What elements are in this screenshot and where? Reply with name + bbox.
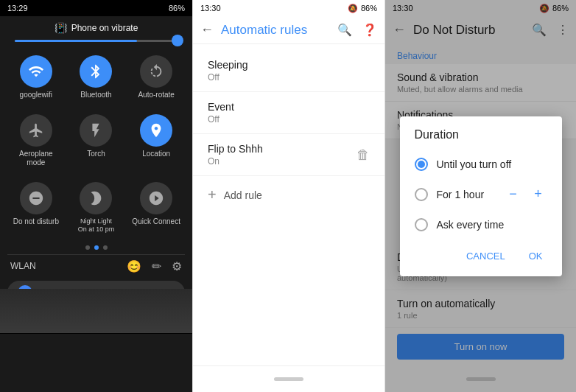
edit-icon[interactable]: ✏ [152, 259, 161, 273]
dialog-opt-label-hour: For 1 hour [437, 189, 496, 200]
tile-icon-autorotate [140, 55, 172, 88]
home-button-p2[interactable] [274, 377, 303, 381]
wlan-row: WLAN 😊 ✏ ⚙ [0, 255, 192, 278]
brightness-track[interactable] [15, 40, 178, 42]
wlan-icons: 😊 ✏ ⚙ [127, 259, 182, 273]
nav-bar-p2 [193, 365, 384, 392]
road-background [0, 289, 192, 333]
time-p2: 13:30 [200, 4, 221, 13]
quick-tiles-row2: Aeroplane mode Torch Location [0, 107, 192, 175]
dnd-panel: 13:30 🔕 86% ← Do Not Disturb 🔍 ⋮ Behavio… [384, 0, 576, 392]
brightness-fill [15, 40, 137, 42]
hour-increment-btn[interactable]: + [530, 186, 547, 203]
dialog-option-until[interactable]: Until you turn off [400, 150, 562, 178]
dot-3 [103, 245, 108, 250]
tile-bluetooth[interactable]: Bluetooth [68, 51, 125, 104]
dialog-actions: Cancel OK [400, 239, 562, 276]
status-icons-p1: 86% [169, 4, 185, 13]
add-icon: + [208, 186, 217, 203]
dialog-overlay: Duration Until you turn off For 1 hour −… [385, 0, 576, 392]
tile-googlewifi[interactable]: googlewifi [7, 51, 65, 104]
tile-label-googlewifi: googlewifi [20, 91, 52, 99]
tile-label-location: Location [142, 150, 170, 158]
tile-icon-quickconnect [140, 182, 172, 214]
panel2-title: Automatic rules [221, 23, 330, 38]
tile-label-autorotate: Auto-rotate [138, 91, 174, 99]
tile-label-bluetooth: Bluetooth [80, 91, 111, 99]
quick-settings-panel: 13:29 86% 📳 Phone on vibrate googlewifi … [0, 0, 192, 392]
panel2-header: ← Automatic rules 🔍 ❓ [193, 16, 384, 44]
tile-airplane[interactable]: Aeroplane mode [7, 110, 65, 172]
tile-icon-googlewifi [20, 55, 52, 88]
rule-event-content: Event Off [208, 101, 234, 125]
add-rule-label: Add rule [224, 189, 262, 201]
status-bar-p1: 13:29 86% [0, 0, 192, 16]
tile-torch[interactable]: Torch [68, 110, 125, 172]
rule-fliptoshhh-content: Flip to Shhh On [208, 143, 263, 167]
time-p1: 13:29 [7, 4, 28, 13]
add-rule-btn[interactable]: + Add rule [193, 176, 384, 214]
rule-sleeping[interactable]: Sleeping Off [193, 50, 384, 92]
brightness-thumb[interactable] [172, 35, 183, 46]
status-icons-p2: 🔕 86% [348, 4, 377, 13]
quick-tiles-row1: googlewifi Bluetooth Auto-rotate [0, 48, 192, 107]
rule-event-status: Off [208, 114, 234, 125]
rule-sleeping-name: Sleeping [208, 59, 248, 71]
radio-hour[interactable] [415, 188, 428, 201]
tile-autorotate[interactable]: Auto-rotate [127, 51, 185, 104]
tile-location[interactable]: Location [127, 110, 185, 172]
dot-2 [94, 245, 99, 250]
tile-label-dnd: Do not disturb [13, 217, 59, 226]
hour-decrement-btn[interactable]: − [505, 186, 522, 203]
dialog-option-ask[interactable]: Ask every time [400, 211, 562, 239]
tile-icon-torch [80, 114, 112, 147]
dialog-opt-label-ask: Ask every time [437, 219, 547, 231]
rule-fliptoshhh-status: On [208, 156, 263, 167]
rule-fliptoshhh[interactable]: Flip to Shhh On 🗑 [193, 134, 384, 176]
battery-p2: 86% [361, 4, 377, 13]
wlan-label: WLAN [10, 261, 36, 271]
vibrate-label: Phone on vibrate [71, 23, 138, 33]
tile-icon-location [140, 114, 172, 147]
tile-label-nightlight: Night LightOn at 10 pm [78, 217, 115, 234]
dots-indicator [0, 241, 192, 254]
help-icon-p2[interactable]: ❓ [362, 23, 377, 37]
rule-fliptoshhh-name: Flip to Shhh [208, 143, 263, 155]
radio-until[interactable] [415, 158, 428, 171]
tile-dnd[interactable]: Do not disturb [7, 178, 65, 238]
rule-event[interactable]: Event Off [193, 92, 384, 134]
dialog-option-hour[interactable]: For 1 hour − + [400, 178, 562, 211]
battery-p1: 86% [169, 4, 185, 13]
quick-tiles-row3: Do not disturb Night LightOn at 10 pm Qu… [0, 175, 192, 241]
dialog-opt-label-until: Until you turn off [437, 158, 547, 170]
brightness-slider-row[interactable] [0, 37, 192, 48]
ok-button[interactable]: OK [519, 245, 553, 267]
rule-list: Sleeping Off Event Off Flip to Shhh On 🗑… [193, 44, 384, 365]
rule-sleeping-content: Sleeping Off [208, 59, 248, 83]
dnd-status-icon: 🔕 [348, 4, 358, 13]
tile-label-torch: Torch [87, 150, 105, 158]
tile-label-airplane: Aeroplane mode [10, 150, 62, 167]
hour-controls: − + [505, 186, 547, 203]
automatic-rules-panel: 13:30 🔕 86% ← Automatic rules 🔍 ❓ Sleepi… [192, 0, 384, 392]
dialog-title: Duration [400, 128, 562, 150]
panel2-header-icons: 🔍 ❓ [337, 23, 377, 37]
search-icon-p2[interactable]: 🔍 [337, 23, 352, 37]
emoji-icon[interactable]: 😊 [127, 259, 141, 273]
dot-1 [85, 245, 90, 250]
rule-event-name: Event [208, 101, 234, 113]
tile-icon-nightlight [80, 182, 112, 214]
delete-icon-fliptoshhh[interactable]: 🗑 [357, 147, 370, 163]
tile-icon-airplane [20, 114, 52, 147]
duration-dialog: Duration Until you turn off For 1 hour −… [400, 116, 562, 276]
tile-icon-dnd [20, 182, 52, 214]
settings-icon[interactable]: ⚙ [172, 259, 182, 273]
vibrate-icon: 📳 [55, 22, 67, 34]
back-button-p2[interactable]: ← [200, 22, 214, 38]
radio-ask[interactable] [415, 218, 428, 231]
cancel-button[interactable]: Cancel [456, 245, 516, 267]
tile-nightlight[interactable]: Night LightOn at 10 pm [68, 178, 125, 238]
radio-inner-until [418, 161, 425, 168]
tile-quickconnect[interactable]: Quick Connect [127, 178, 185, 238]
vibrate-row: 📳 Phone on vibrate [0, 16, 192, 37]
